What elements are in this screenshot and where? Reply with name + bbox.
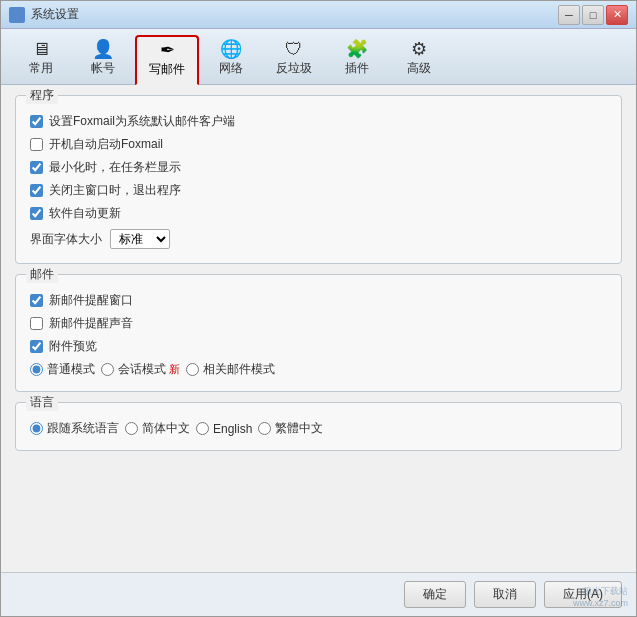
minimize-button[interactable]: ─ [558, 5, 580, 25]
radio-simplified-chinese: 简体中文 [125, 420, 190, 437]
language-section-content: 跟随系统语言 简体中文 English 繁體中文 [30, 417, 607, 440]
radio-english: English [196, 422, 252, 436]
tab-advanced-label: 高级 [407, 60, 431, 77]
tab-general-label: 常用 [29, 60, 53, 77]
checkbox-new-mail-popup: 新邮件提醒窗口 [30, 289, 607, 312]
radio-normal-mode: 普通模式 [30, 361, 95, 378]
tab-plugin[interactable]: 🧩 插件 [327, 35, 387, 84]
program-section-title: 程序 [26, 87, 58, 104]
checkbox-attachment-preview: 附件预览 [30, 335, 607, 358]
general-icon: 🖥 [32, 40, 50, 58]
simplified-chinese-label: 简体中文 [142, 420, 190, 437]
checkbox-startup: 开机自动启动Foxmail [30, 133, 607, 156]
radio-conversation-mode: 会话模式 新 [101, 361, 180, 378]
radio-traditional-chinese: 繁體中文 [258, 420, 323, 437]
startup-label: 开机自动启动Foxmail [49, 136, 163, 153]
english-radio[interactable] [196, 422, 209, 435]
maximize-button[interactable]: □ [582, 5, 604, 25]
new-mail-popup-checkbox[interactable] [30, 294, 43, 307]
tab-compose[interactable]: ✒ 写邮件 [135, 35, 199, 85]
auto-update-label: 软件自动更新 [49, 205, 121, 222]
close-button[interactable]: ✕ [606, 5, 628, 25]
related-mode-radio[interactable] [186, 363, 199, 376]
cancel-button[interactable]: 取消 [474, 581, 536, 608]
window-icon [9, 7, 25, 23]
attachment-preview-checkbox[interactable] [30, 340, 43, 353]
new-mail-sound-label: 新邮件提醒声音 [49, 315, 133, 332]
auto-update-checkbox[interactable] [30, 207, 43, 220]
account-icon: 👤 [92, 40, 114, 58]
new-mail-popup-label: 新邮件提醒窗口 [49, 292, 133, 309]
checkbox-minimize: 最小化时，在任务栏显示 [30, 156, 607, 179]
checkbox-auto-update: 软件自动更新 [30, 202, 607, 225]
conversation-mode-label: 会话模式 新 [118, 361, 180, 378]
tab-bar: 🖥 常用 👤 帐号 ✒ 写邮件 🌐 网络 🛡 反垃圾 🧩 插件 ⚙ 高级 [1, 29, 636, 85]
related-mode-label: 相关邮件模式 [203, 361, 275, 378]
tab-general[interactable]: 🖥 常用 [11, 35, 71, 84]
font-size-select[interactable]: 小 标准 大 [110, 229, 170, 249]
checkbox-new-mail-sound: 新邮件提醒声音 [30, 312, 607, 335]
tab-advanced[interactable]: ⚙ 高级 [389, 35, 449, 84]
font-size-label: 界面字体大小 [30, 231, 102, 248]
set-default-checkbox[interactable] [30, 115, 43, 128]
close-exit-checkbox[interactable] [30, 184, 43, 197]
radio-related-mode: 相关邮件模式 [186, 361, 275, 378]
traditional-chinese-label: 繁體中文 [275, 420, 323, 437]
mail-section-content: 新邮件提醒窗口 新邮件提醒声音 附件预览 普通模式 [30, 289, 607, 381]
mail-section: 邮件 新邮件提醒窗口 新邮件提醒声音 附件预览 普通模式 [15, 274, 622, 392]
normal-mode-radio[interactable] [30, 363, 43, 376]
tab-antispam-label: 反垃圾 [276, 60, 312, 77]
attachment-preview-label: 附件预览 [49, 338, 97, 355]
network-icon: 🌐 [220, 40, 242, 58]
follow-system-label: 跟随系统语言 [47, 420, 119, 437]
window-title: 系统设置 [31, 6, 558, 23]
tab-compose-label: 写邮件 [149, 61, 185, 78]
tab-network[interactable]: 🌐 网络 [201, 35, 261, 84]
title-bar: 系统设置 ─ □ ✕ [1, 1, 636, 29]
simplified-chinese-radio[interactable] [125, 422, 138, 435]
content-area: 程序 设置Foxmail为系统默认邮件客户端 开机自动启动Foxmail 最小化… [1, 85, 636, 572]
normal-mode-label: 普通模式 [47, 361, 95, 378]
language-options-row: 跟随系统语言 简体中文 English 繁體中文 [30, 417, 607, 440]
title-bar-buttons: ─ □ ✕ [558, 5, 628, 25]
language-section: 语言 跟随系统语言 简体中文 English [15, 402, 622, 451]
antispam-icon: 🛡 [285, 40, 303, 58]
english-label: English [213, 422, 252, 436]
traditional-chinese-radio[interactable] [258, 422, 271, 435]
tab-plugin-label: 插件 [345, 60, 369, 77]
apply-button[interactable]: 应用(A) [544, 581, 622, 608]
new-badge: 新 [169, 363, 180, 375]
language-section-title: 语言 [26, 394, 58, 411]
minimize-checkbox[interactable] [30, 161, 43, 174]
compose-icon: ✒ [160, 41, 175, 59]
system-settings-window: 系统设置 ─ □ ✕ 🖥 常用 👤 帐号 ✒ 写邮件 🌐 网络 🛡 反垃圾 [0, 0, 637, 617]
tab-account[interactable]: 👤 帐号 [73, 35, 133, 84]
startup-checkbox[interactable] [30, 138, 43, 151]
set-default-label: 设置Foxmail为系统默认邮件客户端 [49, 113, 235, 130]
conversation-mode-radio[interactable] [101, 363, 114, 376]
follow-system-radio[interactable] [30, 422, 43, 435]
confirm-button[interactable]: 确定 [404, 581, 466, 608]
font-size-row: 界面字体大小 小 标准 大 [30, 225, 607, 253]
mail-section-title: 邮件 [26, 266, 58, 283]
minimize-label: 最小化时，在任务栏显示 [49, 159, 181, 176]
close-exit-label: 关闭主窗口时，退出程序 [49, 182, 181, 199]
mail-mode-row: 普通模式 会话模式 新 相关邮件模式 [30, 358, 607, 381]
bottom-bar: 确定 取消 应用(A) 极光下载站 www.xz7.com [1, 572, 636, 616]
program-section: 程序 设置Foxmail为系统默认邮件客户端 开机自动启动Foxmail 最小化… [15, 95, 622, 264]
tab-network-label: 网络 [219, 60, 243, 77]
radio-follow-system: 跟随系统语言 [30, 420, 119, 437]
tab-account-label: 帐号 [91, 60, 115, 77]
advanced-icon: ⚙ [411, 40, 427, 58]
program-section-content: 设置Foxmail为系统默认邮件客户端 开机自动启动Foxmail 最小化时，在… [30, 110, 607, 253]
plugin-icon: 🧩 [346, 40, 368, 58]
tab-antispam[interactable]: 🛡 反垃圾 [263, 35, 325, 84]
new-mail-sound-checkbox[interactable] [30, 317, 43, 330]
checkbox-set-default: 设置Foxmail为系统默认邮件客户端 [30, 110, 607, 133]
checkbox-close-exit: 关闭主窗口时，退出程序 [30, 179, 607, 202]
